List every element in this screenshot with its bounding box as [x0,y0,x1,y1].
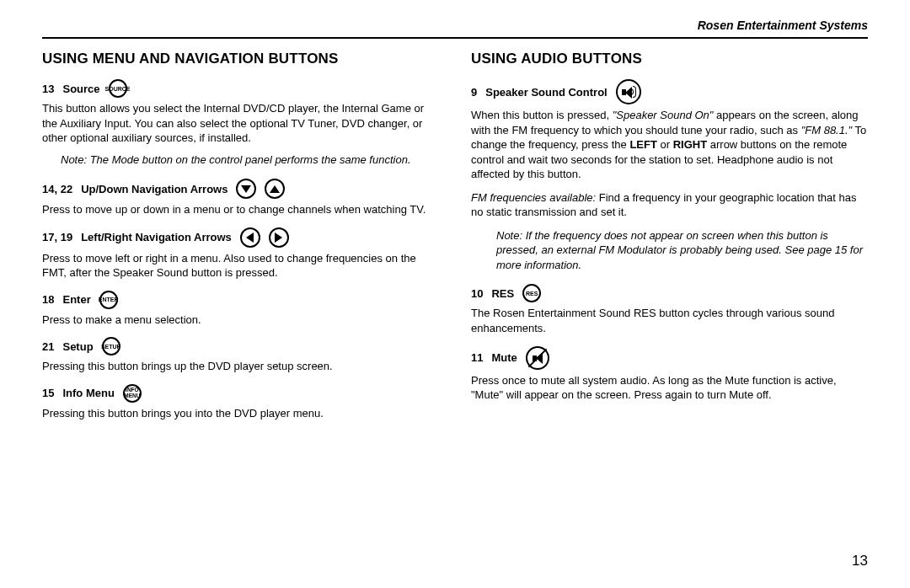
setup-icon: SETUP [102,337,120,355]
document-page: Rosen Entertainment Systems Using Menu A… [0,0,910,588]
item-body: Press to move up or down in a menu or to… [42,202,439,217]
item-number: 9 [471,86,477,99]
item-body: This button allows you select the Intern… [42,101,439,146]
freq-paragraph: FM frequencies available: Find a frequen… [471,190,868,220]
item-number: 11 [471,351,483,364]
item-number: 15 [42,387,54,399]
speaker-icon [616,79,641,104]
item-label: Info Menu [62,387,114,399]
right-column: Using Audio Buttons 9 Speaker Sound Cont… [471,51,868,430]
item-number: 14, 22 [42,183,72,195]
left-arrow-icon [240,227,260,248]
item-infomenu: 15 Info Menu INFOMENU Pressing this butt… [42,384,439,421]
item-body: Press to move left or right in a menu. A… [42,251,439,281]
info-menu-icon: INFOMENU [123,384,142,403]
item-setup: 21 Setup SETUP Pressing this button brin… [42,337,439,374]
res-icon: RES [522,284,541,302]
item-number: 18 [42,293,54,306]
item-label: Speaker Sound Control [485,86,607,99]
brand-header: Rosen Entertainment Systems [698,19,868,32]
item-label: Setup [62,340,93,353]
content-columns: Using Menu And Navigation Buttons 13 Sou… [42,51,868,430]
down-arrow-icon [236,179,256,199]
item-body: Pressing this button brings up the DVD p… [42,359,439,374]
item-number: 13 [42,83,54,95]
item-label: Mute [491,351,517,364]
item-body: The Rosen Entertainment Sound RES button… [471,306,868,335]
item-updown: 14, 22 Up/Down Navigation Arrows Press t… [42,179,439,217]
mute-icon [526,346,549,370]
item-number: 10 [471,287,483,300]
item-number: 21 [42,340,54,353]
item-enter: 18 Enter ENTER Press to make a menu sele… [42,291,439,328]
item-label: Source [62,83,99,95]
item-body: When this button is pressed, "Speaker So… [471,108,868,182]
item-label: Left/Right Navigation Arrows [81,231,232,243]
left-heading: Using Menu And Navigation Buttons [42,51,439,67]
left-column: Using Menu And Navigation Buttons 13 Sou… [42,51,439,430]
page-number: 13 [852,553,868,569]
right-arrow-icon [269,227,289,248]
item-number: 17, 19 [42,231,72,243]
header-rule [42,37,868,39]
item-speaker: 9 Speaker Sound Control When this button… [471,79,868,272]
item-note: Note: If the frequency does not appear o… [496,228,868,273]
item-body: Press to make a menu selection. [42,313,439,328]
item-note: Note: The Mode button on the control pan… [61,152,439,168]
enter-icon: ENTER [99,291,118,309]
item-label: Up/Down Navigation Arrows [81,183,228,195]
item-body: Pressing this button brings you into the… [42,406,439,421]
right-heading: Using Audio Buttons [471,51,868,67]
item-leftright: 17, 19 Left/Right Navigation Arrows Pres… [42,227,439,281]
source-icon: SOURCE [109,79,127,98]
item-res: 10 RES RES The Rosen Entertainment Sound… [471,284,868,335]
up-arrow-icon [265,179,285,199]
item-label: RES [491,287,514,300]
item-mute: 11 Mute Press once to mute all system au… [471,346,868,403]
item-source: 13 Source SOURCE This button allows you … [42,79,439,167]
item-label: Enter [62,293,90,306]
item-body: Press once to mute all system audio. As … [471,373,868,403]
